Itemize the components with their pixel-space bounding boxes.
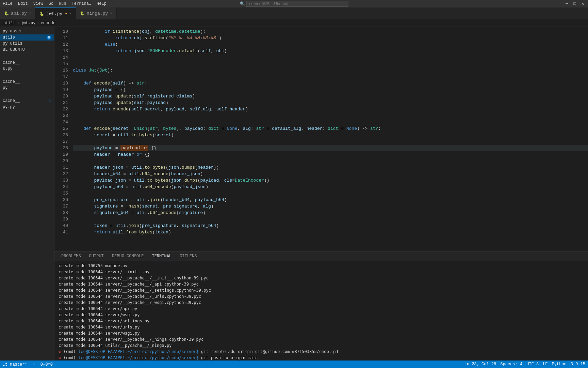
code-line-21: payload.update(self.payload) [73, 99, 588, 106]
tab-api-close[interactable]: × [29, 12, 31, 16]
code-line-12: else: [73, 41, 588, 48]
cursor-position[interactable]: Ln 28, Col 28 [464, 362, 496, 367]
encoding[interactable]: UTF-8 [526, 362, 539, 367]
title-bar: File Edit View Go Run Terminal Help 🔍 ─ … [0, 0, 588, 7]
panel-tabs: PROBLEMS OUTPUT DEBUG CONSOLE TERMINAL G… [54, 252, 588, 261]
sidebar-item-cache2[interactable]: cache__ [0, 79, 54, 85]
panel-tab-debug[interactable]: DEBUG CONSOLE [108, 252, 148, 261]
sidebar-item-cache1[interactable]: cache__ [0, 60, 54, 66]
error-warning-icon[interactable]: ⚡ [33, 362, 35, 367]
code-container: 10111213 14151617 18192021 22232425 2627… [54, 27, 588, 251]
py-icon-jwt: 🐍 [39, 12, 44, 16]
term-line: create mode 100644 server/__pycache__/_s… [59, 287, 584, 293]
code-line-36: pre_signature = util.join(header_b64, pa… [73, 197, 588, 203]
panel-tab-gitlens[interactable]: GITLENS [176, 252, 201, 261]
sidebar: py_asset utils U py_utils BL UBUNTU cach… [0, 27, 54, 361]
terminal-content[interactable]: create mode 100755 manage.py create mode… [54, 261, 588, 361]
maximize-btn[interactable]: □ [572, 1, 577, 6]
sidebar-item-py-utils[interactable]: py_utils [0, 41, 54, 47]
search-icon: 🔍 [240, 1, 245, 6]
menu-go[interactable]: Go [48, 1, 53, 6]
tab-api[interactable]: 🐍 api.py × [0, 7, 35, 19]
term-line: create mode 100644 utils/__pycache__/_ni… [59, 342, 584, 349]
code-line-29: header = header or {} [73, 151, 588, 158]
code-line-38: signature_b64 = util.b64_encode(signatur… [73, 210, 588, 216]
main-layout: py_asset utils U py_utils BL UBUNTU cach… [0, 27, 588, 361]
sidebar-item-cache3[interactable]: cache__ U [0, 98, 54, 104]
panel-tab-problems[interactable]: PROBLEMS [57, 252, 85, 261]
menu-edit[interactable]: Edit [18, 1, 28, 6]
menu-help[interactable]: Help [97, 1, 107, 6]
tab-jwt-label: jwt.py [46, 11, 62, 16]
term-prompt-1: ⊙ (cmd) lcc@DESKTOP-FA7APF1:~/project/py… [59, 349, 584, 355]
terminal-panel: PROBLEMS OUTPUT DEBUG CONSOLE TERMINAL G… [54, 251, 588, 361]
tab-ninga-label: ninga.py [87, 11, 108, 16]
code-line-40: token = util.join(pre_signature, signatu… [73, 223, 588, 229]
term-line: create mode 100644 server/urls.py [59, 324, 584, 330]
title-search-area: 🔍 [240, 1, 348, 7]
search-input[interactable] [246, 1, 348, 7]
breadcrumb: utils › jwt.py › encode [0, 19, 588, 27]
term-line: create mode 100644 server/__pycache__/__… [59, 275, 584, 281]
git-branch[interactable]: ⎇ master* [3, 362, 27, 367]
sidebar-item-s-py[interactable]: s.py [0, 66, 54, 72]
term-line: create mode 100644 server/__init__.py [59, 269, 584, 275]
error-count[interactable]: 0△0⊘0 [40, 362, 53, 367]
tab-jwt[interactable]: 🐍 jwt.py ● × [35, 7, 76, 19]
term-line: create mode 100644 server/__pycache__/_w… [59, 300, 584, 306]
code-line-19: payload = {} [73, 87, 588, 93]
menu-run[interactable]: Run [59, 1, 66, 6]
code-line-11: return obj.strftime("%Y-%m-%d %H:%M:%S") [73, 35, 588, 41]
breadcrumb-jwtpy[interactable]: jwt.py [21, 21, 35, 26]
code-line-27 [73, 138, 588, 145]
term-line: create mode 100644 server/api.py [59, 306, 584, 312]
code-line-28: payload = payload or {} [73, 145, 588, 151]
code-line-22: return encode(self.secret, payload, self… [73, 106, 588, 112]
sidebar-item-py-asset[interactable]: py_asset [0, 28, 54, 34]
code-line-17 [73, 74, 588, 80]
minimize-btn[interactable]: ─ [564, 1, 569, 6]
tab-api-label: api.py [11, 11, 27, 16]
code-line-39 [73, 216, 588, 223]
code-line-15 [73, 61, 588, 67]
sidebar-item-pypy[interactable]: py.py [0, 104, 54, 110]
code-line-35 [73, 190, 588, 197]
window-controls: ─ □ ✕ [564, 1, 585, 6]
term-line: create mode 100644 server/__pycache__/_a… [59, 281, 584, 287]
sidebar-item-bl-ubuntu[interactable]: BL UBUNTU [0, 47, 54, 53]
python-version[interactable]: 3.9.15 [571, 362, 585, 367]
panel-tab-output[interactable]: OUTPUT [85, 252, 108, 261]
spaces[interactable]: Spaces: 4 [500, 362, 522, 367]
term-line: create mode 100644 server/__pycache__/_u… [59, 293, 584, 300]
code-line-37: signature = _hash(secret, pre_signature,… [73, 203, 588, 210]
tab-ninga-close[interactable]: × [110, 12, 112, 16]
code-line-31: header_json = util.to_bytes(json.dumps(h… [73, 164, 588, 171]
code-line-16: class Jwt(Jwt): [73, 67, 588, 74]
term-line: create mode 100644 server/wsgi.py [59, 330, 584, 336]
term-prompt-2: ⊙ (cmd) lcc@DESKTOP-FA7APF1:~/project/py… [59, 355, 584, 361]
tab-jwt-close[interactable]: × [69, 12, 71, 16]
line-ending[interactable]: LF [543, 362, 548, 367]
code-line-32: header_b64 = util.b64_encode(header_json… [73, 171, 588, 177]
menu-file[interactable]: File [3, 1, 13, 6]
breadcrumb-utils[interactable]: utils [3, 21, 16, 26]
panel-tab-terminal[interactable]: TERMINAL [148, 252, 176, 261]
code-line-26: secret = util.to_bytes(secret) [73, 132, 588, 138]
menu-view[interactable]: View [33, 1, 43, 6]
code-content[interactable]: if isinstance(obj, datetime.datetime): r… [71, 27, 588, 251]
code-line-13: return json.JSONEncoder.default(self, ob… [73, 48, 588, 54]
sidebar-item-utils[interactable]: utils U [0, 34, 54, 41]
language-mode[interactable]: Python [552, 362, 567, 367]
menu-terminal[interactable]: Terminal [71, 1, 91, 6]
tabs-bar: 🐍 api.py × 🐍 jwt.py ● × 🐍 ninga.py × [0, 7, 588, 19]
code-line-25: def encode(secret: Union[str, bytes], pa… [73, 125, 588, 132]
close-btn[interactable]: ✕ [580, 1, 585, 6]
code-line-33: payload_json = util.to_bytes(json.dumps(… [73, 177, 588, 184]
utils-badge: U [47, 36, 51, 40]
status-bar-right: Ln 28, Col 28 Spaces: 4 UTF-8 LF Python … [464, 362, 585, 367]
term-line: create mode 100644 server/settings.py [59, 318, 584, 324]
tab-ninga[interactable]: 🐍 ninga.py × [76, 7, 117, 19]
sidebar-item-py[interactable]: py [0, 85, 54, 91]
breadcrumb-encode[interactable]: encode [41, 21, 55, 26]
menu-bar: File Edit View Go Run Terminal Help [3, 1, 107, 6]
